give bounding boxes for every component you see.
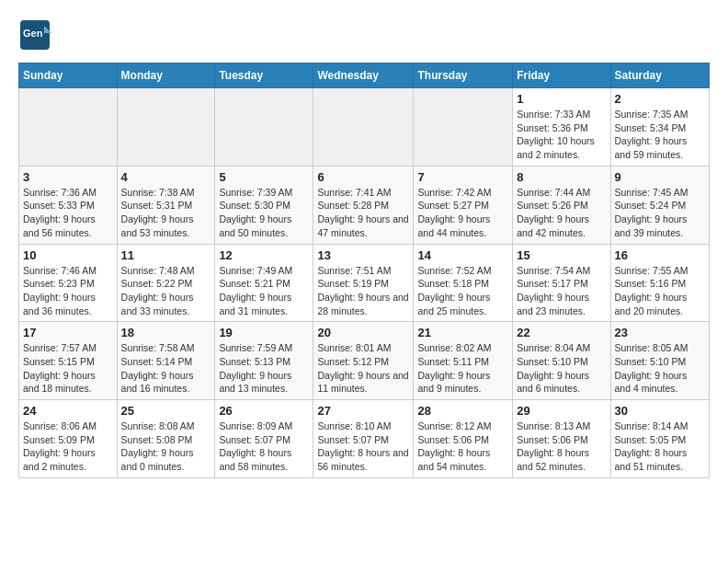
- day-info: Sunrise: 7:52 AM Sunset: 5:18 PM Dayligh…: [417, 264, 508, 318]
- calendar-cell: 19Sunrise: 7:59 AM Sunset: 5:13 PM Dayli…: [215, 322, 313, 400]
- calendar-cell: 14Sunrise: 7:52 AM Sunset: 5:18 PM Dayli…: [414, 244, 513, 322]
- calendar-cell: 30Sunrise: 8:14 AM Sunset: 5:05 PM Dayli…: [610, 400, 709, 478]
- day-info: Sunrise: 7:51 AM Sunset: 5:19 PM Dayligh…: [317, 264, 409, 318]
- calendar-cell: 27Sunrise: 8:10 AM Sunset: 5:07 PM Dayli…: [313, 400, 414, 478]
- calendar-cell: [414, 88, 513, 167]
- day-number: 15: [517, 248, 606, 262]
- day-number: 23: [615, 326, 705, 339]
- day-number: 26: [219, 404, 309, 418]
- logo: Gen: [18, 18, 55, 52]
- day-number: 12: [219, 248, 309, 262]
- calendar-cell: 17Sunrise: 7:57 AM Sunset: 5:15 PM Dayli…: [19, 322, 118, 400]
- day-number: 30: [615, 404, 705, 418]
- calendar-cell: 6Sunrise: 7:41 AM Sunset: 5:28 PM Daylig…: [313, 166, 414, 244]
- day-number: 18: [121, 326, 211, 339]
- day-number: 9: [615, 170, 705, 184]
- day-number: 20: [317, 326, 409, 339]
- day-number: 6: [317, 170, 409, 184]
- calendar-cell: 28Sunrise: 8:12 AM Sunset: 5:06 PM Dayli…: [414, 400, 513, 478]
- calendar-table: SundayMondayTuesdayWednesdayThursdayFrid…: [18, 63, 710, 478]
- weekday-header-thursday: Thursday: [414, 63, 513, 88]
- day-number: 3: [23, 170, 113, 184]
- day-number: 8: [517, 170, 606, 184]
- day-number: 4: [121, 170, 211, 184]
- calendar-cell: 22Sunrise: 8:04 AM Sunset: 5:10 PM Dayli…: [513, 322, 610, 400]
- day-number: 28: [417, 404, 508, 418]
- calendar-cell: [117, 88, 215, 167]
- day-info: Sunrise: 7:54 AM Sunset: 5:17 PM Dayligh…: [517, 264, 606, 318]
- calendar-cell: 1Sunrise: 7:33 AM Sunset: 5:36 PM Daylig…: [513, 88, 610, 167]
- day-info: Sunrise: 8:02 AM Sunset: 5:11 PM Dayligh…: [417, 341, 508, 396]
- day-info: Sunrise: 7:49 AM Sunset: 5:21 PM Dayligh…: [219, 264, 309, 318]
- day-number: 27: [317, 404, 409, 418]
- calendar-cell: 8Sunrise: 7:44 AM Sunset: 5:26 PM Daylig…: [513, 166, 610, 244]
- calendar-cell: 18Sunrise: 7:58 AM Sunset: 5:14 PM Dayli…: [117, 322, 215, 400]
- logo-icon: Gen: [18, 18, 51, 52]
- day-info: Sunrise: 7:57 AM Sunset: 5:15 PM Dayligh…: [23, 341, 113, 396]
- weekday-header-monday: Monday: [117, 63, 215, 88]
- day-number: 16: [615, 248, 705, 262]
- calendar-cell: 3Sunrise: 7:36 AM Sunset: 5:33 PM Daylig…: [19, 166, 118, 244]
- day-info: Sunrise: 7:41 AM Sunset: 5:28 PM Dayligh…: [317, 186, 409, 240]
- day-number: 11: [121, 248, 211, 262]
- calendar-cell: [313, 88, 414, 167]
- day-info: Sunrise: 8:14 AM Sunset: 5:05 PM Dayligh…: [615, 419, 705, 474]
- weekday-header-saturday: Saturday: [610, 63, 709, 88]
- day-info: Sunrise: 8:08 AM Sunset: 5:08 PM Dayligh…: [121, 419, 211, 474]
- calendar-cell: 26Sunrise: 8:09 AM Sunset: 5:07 PM Dayli…: [215, 400, 313, 478]
- day-info: Sunrise: 8:10 AM Sunset: 5:07 PM Dayligh…: [317, 419, 409, 474]
- day-info: Sunrise: 7:55 AM Sunset: 5:16 PM Dayligh…: [615, 264, 705, 318]
- day-info: Sunrise: 8:09 AM Sunset: 5:07 PM Dayligh…: [219, 419, 309, 474]
- calendar-cell: 11Sunrise: 7:48 AM Sunset: 5:22 PM Dayli…: [117, 244, 215, 322]
- day-info: Sunrise: 8:13 AM Sunset: 5:06 PM Dayligh…: [517, 419, 606, 474]
- day-info: Sunrise: 7:45 AM Sunset: 5:24 PM Dayligh…: [615, 186, 705, 240]
- day-info: Sunrise: 7:48 AM Sunset: 5:22 PM Dayligh…: [121, 264, 211, 318]
- weekday-header-wednesday: Wednesday: [313, 63, 414, 88]
- calendar-cell: 25Sunrise: 8:08 AM Sunset: 5:08 PM Dayli…: [117, 400, 215, 478]
- day-number: 22: [517, 326, 606, 339]
- weekday-header-tuesday: Tuesday: [215, 63, 313, 88]
- day-number: 1: [517, 92, 606, 106]
- calendar-cell: 9Sunrise: 7:45 AM Sunset: 5:24 PM Daylig…: [610, 166, 709, 244]
- day-info: Sunrise: 7:58 AM Sunset: 5:14 PM Dayligh…: [121, 341, 211, 396]
- calendar-cell: 7Sunrise: 7:42 AM Sunset: 5:27 PM Daylig…: [414, 166, 513, 244]
- day-info: Sunrise: 7:46 AM Sunset: 5:23 PM Dayligh…: [23, 264, 113, 318]
- calendar-cell: [215, 88, 313, 167]
- calendar-cell: 21Sunrise: 8:02 AM Sunset: 5:11 PM Dayli…: [414, 322, 513, 400]
- calendar-cell: 10Sunrise: 7:46 AM Sunset: 5:23 PM Dayli…: [19, 244, 118, 322]
- day-number: 24: [23, 404, 113, 418]
- day-number: 2: [615, 92, 705, 106]
- calendar-cell: 12Sunrise: 7:49 AM Sunset: 5:21 PM Dayli…: [215, 244, 313, 322]
- day-number: 5: [219, 170, 309, 184]
- day-info: Sunrise: 7:38 AM Sunset: 5:31 PM Dayligh…: [121, 186, 211, 240]
- calendar-cell: [19, 88, 118, 167]
- calendar-cell: 15Sunrise: 7:54 AM Sunset: 5:17 PM Dayli…: [513, 244, 610, 322]
- calendar-cell: 29Sunrise: 8:13 AM Sunset: 5:06 PM Dayli…: [513, 400, 610, 478]
- calendar-cell: 5Sunrise: 7:39 AM Sunset: 5:30 PM Daylig…: [215, 166, 313, 244]
- day-info: Sunrise: 7:39 AM Sunset: 5:30 PM Dayligh…: [219, 186, 309, 240]
- day-number: 10: [23, 248, 113, 262]
- day-info: Sunrise: 8:05 AM Sunset: 5:10 PM Dayligh…: [615, 341, 705, 396]
- day-info: Sunrise: 7:35 AM Sunset: 5:34 PM Dayligh…: [615, 108, 705, 162]
- day-info: Sunrise: 7:36 AM Sunset: 5:33 PM Dayligh…: [23, 186, 113, 240]
- day-number: 13: [317, 248, 409, 262]
- weekday-header-sunday: Sunday: [19, 63, 118, 88]
- day-number: 7: [417, 170, 508, 184]
- weekday-header-friday: Friday: [513, 63, 610, 88]
- calendar-cell: 2Sunrise: 7:35 AM Sunset: 5:34 PM Daylig…: [610, 88, 709, 167]
- day-number: 25: [121, 404, 211, 418]
- calendar-cell: 13Sunrise: 7:51 AM Sunset: 5:19 PM Dayli…: [313, 244, 414, 322]
- day-number: 14: [417, 248, 508, 262]
- day-info: Sunrise: 7:33 AM Sunset: 5:36 PM Dayligh…: [517, 108, 606, 162]
- day-number: 17: [23, 326, 113, 339]
- calendar-cell: 20Sunrise: 8:01 AM Sunset: 5:12 PM Dayli…: [313, 322, 414, 400]
- day-number: 21: [417, 326, 508, 339]
- day-info: Sunrise: 8:12 AM Sunset: 5:06 PM Dayligh…: [417, 419, 508, 474]
- calendar-cell: 16Sunrise: 7:55 AM Sunset: 5:16 PM Dayli…: [610, 244, 709, 322]
- calendar-cell: 24Sunrise: 8:06 AM Sunset: 5:09 PM Dayli…: [19, 400, 118, 478]
- day-number: 19: [219, 326, 309, 339]
- day-info: Sunrise: 7:42 AM Sunset: 5:27 PM Dayligh…: [417, 186, 508, 240]
- day-info: Sunrise: 8:04 AM Sunset: 5:10 PM Dayligh…: [517, 341, 606, 396]
- calendar-cell: 4Sunrise: 7:38 AM Sunset: 5:31 PM Daylig…: [117, 166, 215, 244]
- svg-text:Gen: Gen: [23, 28, 43, 39]
